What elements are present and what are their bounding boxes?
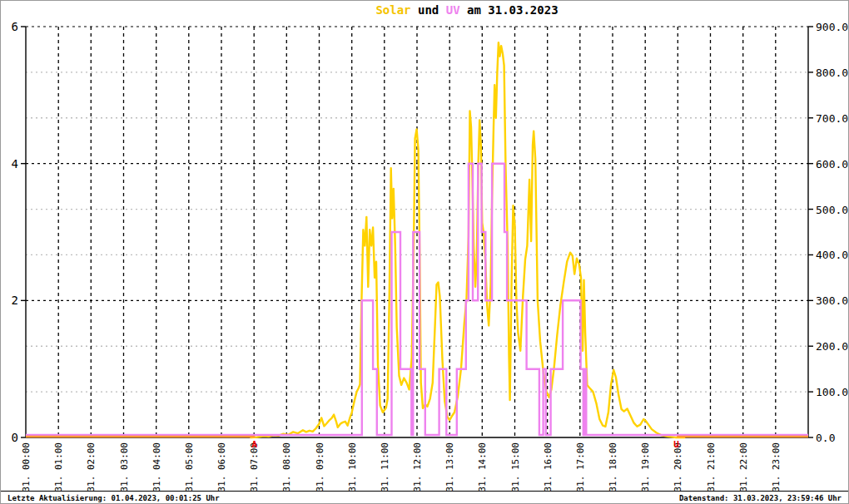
svg-text:31. 14:00: 31. 14:00	[477, 442, 488, 492]
svg-text:400.0: 400.0	[816, 249, 848, 261]
svg-text:31. 21:00: 31. 21:00	[706, 442, 717, 492]
svg-text:31. 13:00: 31. 13:00	[444, 442, 455, 492]
data-timestamp-text: Datenstand: 31.03.2023, 23:59:46 Uhr	[679, 494, 842, 502]
svg-text:31. 00:00: 31. 00:00	[21, 442, 32, 492]
svg-text:31. 16:00: 31. 16:00	[543, 442, 554, 492]
svg-text:31. 08:00: 31. 08:00	[281, 442, 292, 492]
svg-text:31. 19:00: 31. 19:00	[640, 442, 651, 492]
right-axis-labels: 0.0100.0200.0300.0400.0500.0600.0700.080…	[808, 21, 848, 444]
svg-text:800.0: 800.0	[816, 67, 848, 79]
svg-text:31. 05:00: 31. 05:00	[184, 442, 195, 492]
svg-text:31. 01:00: 31. 01:00	[53, 442, 64, 492]
svg-text:31. 04:00: 31. 04:00	[151, 442, 162, 492]
left-axis-labels: 0246	[12, 20, 26, 444]
x-axis-labels: 31. 00:0031. 01:0031. 02:0031. 03:0031. …	[21, 442, 782, 492]
svg-text:31. 09:00: 31. 09:00	[315, 442, 325, 492]
svg-text:0.0: 0.0	[816, 432, 835, 444]
svg-text:900.0: 900.0	[816, 21, 848, 33]
svg-text:200.0: 200.0	[816, 340, 848, 353]
svg-text:31. 11:00: 31. 11:00	[380, 442, 390, 492]
last-update-text: Letzte Aktualisierung: 01.04.2023, 00:01…	[7, 494, 220, 502]
svg-text:4: 4	[12, 157, 18, 170]
sunrise-marker: A	[251, 439, 257, 450]
svg-text:31. 17:00: 31. 17:00	[575, 442, 586, 492]
svg-text:0: 0	[12, 431, 18, 444]
svg-text:300.0: 300.0	[816, 294, 848, 307]
svg-text:2: 2	[12, 294, 18, 307]
svg-text:31. 12:00: 31. 12:00	[412, 442, 423, 492]
svg-text:31. 06:00: 31. 06:00	[216, 442, 227, 492]
svg-text:31. 02:00: 31. 02:00	[86, 442, 97, 492]
svg-text:31. 18:00: 31. 18:00	[608, 442, 618, 492]
svg-text:31. 23:00: 31. 23:00	[771, 442, 782, 492]
svg-text:500.0: 500.0	[816, 204, 848, 216]
svg-text:31. 15:00: 31. 15:00	[510, 442, 521, 492]
svg-text:700.0: 700.0	[816, 112, 848, 125]
svg-text:31. 22:00: 31. 22:00	[738, 442, 749, 492]
sunset-marker: U	[673, 439, 679, 450]
page: { "title": { "solar": "Solar", "mid": " …	[0, 0, 849, 504]
footer-separator	[1, 491, 849, 492]
svg-text:31. 10:00: 31. 10:00	[347, 442, 358, 492]
svg-text:600.0: 600.0	[816, 158, 848, 170]
svg-text:100.0: 100.0	[816, 386, 848, 398]
svg-text:6: 6	[12, 20, 18, 33]
svg-text:31. 03:00: 31. 03:00	[119, 442, 130, 492]
solar-uv-chart: 02460.0100.0200.0300.0400.0500.0600.0700…	[1, 1, 849, 504]
